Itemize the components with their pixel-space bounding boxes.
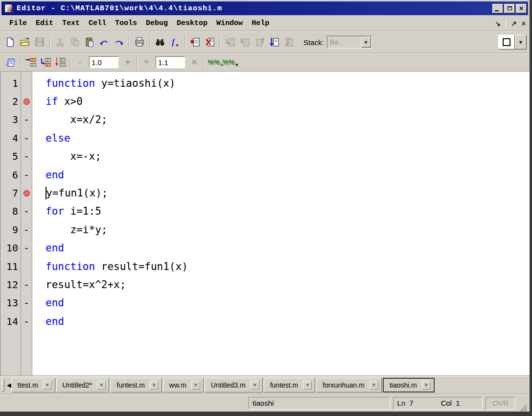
code-line[interactable]: 13-end xyxy=(0,294,530,312)
tab-close-button[interactable]: × xyxy=(370,381,378,390)
executable-line-marker[interactable]: - xyxy=(21,150,32,162)
cell-value-left-input[interactable] xyxy=(89,56,118,68)
code-text[interactable]: x=x/2; xyxy=(32,114,530,125)
executable-line-marker[interactable]: - xyxy=(21,169,32,181)
executable-line-marker[interactable]: - xyxy=(21,205,32,217)
decrement-value-button[interactable]: - xyxy=(73,56,86,69)
menu-text[interactable]: Text xyxy=(58,18,84,29)
divide-value-button[interactable]: ÷ xyxy=(140,56,153,69)
code-line[interactable]: 4-else xyxy=(0,129,530,147)
step-button[interactable] xyxy=(223,35,238,49)
code-line[interactable]: 2if x>0 xyxy=(0,92,530,110)
menu-window[interactable]: Window xyxy=(212,18,247,29)
menu-debug[interactable]: Debug xyxy=(141,18,172,29)
code-text[interactable]: result=x^2+x; xyxy=(32,279,530,291)
breakpoint-marker[interactable] xyxy=(21,98,32,105)
code-text[interactable]: end xyxy=(32,169,530,181)
cell-value-right-input[interactable] xyxy=(156,56,185,68)
executable-line-marker[interactable]: - xyxy=(21,224,32,236)
code-text[interactable]: end xyxy=(32,297,530,309)
insert-cell-divider-menu-button[interactable]: %%▾ xyxy=(221,55,236,70)
tab-funtest-1[interactable]: funtest.m × xyxy=(110,378,162,392)
menu-desktop[interactable]: Desktop xyxy=(172,18,212,29)
code-line[interactable]: 6-end xyxy=(0,166,530,184)
tab-ttest[interactable]: ttest.m × xyxy=(11,378,55,392)
resize-grip[interactable] xyxy=(518,403,527,412)
tab-close-button[interactable]: × xyxy=(97,381,106,390)
code-line[interactable]: 3- x=x/2; xyxy=(0,111,530,129)
tab-close-button[interactable]: × xyxy=(150,381,159,390)
minimize-button[interactable] xyxy=(492,4,503,13)
tab-close-button[interactable]: × xyxy=(303,381,312,390)
evaluate-file-button[interactable] xyxy=(53,55,68,70)
tab-bar-grip[interactable] xyxy=(2,379,4,392)
menu-edit[interactable]: Edit xyxy=(31,18,58,29)
tab-close-button[interactable]: × xyxy=(191,381,200,390)
code-line[interactable]: 14-end xyxy=(0,312,530,330)
menu-tools[interactable]: Tools xyxy=(111,18,141,29)
insert-cell-divider-button[interactable]: %%+ xyxy=(207,55,221,70)
new-file-button[interactable] xyxy=(3,35,18,49)
stack-combobox[interactable]: Ba... ▼ xyxy=(327,36,372,49)
code-text[interactable]: end xyxy=(32,242,530,254)
executable-line-marker[interactable]: - xyxy=(21,114,32,125)
executable-line-marker[interactable]: - xyxy=(21,242,32,254)
undo-button[interactable] xyxy=(97,35,112,49)
open-file-button[interactable] xyxy=(18,35,32,49)
tab-untitled3[interactable]: Untitled3.m × xyxy=(205,378,263,392)
tab-close-button[interactable]: × xyxy=(43,381,52,390)
save-button[interactable] xyxy=(32,35,47,49)
close-document-icon[interactable]: × xyxy=(522,20,526,27)
tile-layout-dropdown[interactable]: ▼ xyxy=(515,35,527,49)
evaluate-cell-button[interactable] xyxy=(23,55,38,70)
run-continue-button[interactable] xyxy=(267,35,282,49)
stack-dropdown-arrow[interactable]: ▼ xyxy=(361,37,371,48)
dock-icon[interactable]: ↘ xyxy=(495,20,501,27)
executable-line-marker[interactable]: - xyxy=(21,279,32,291)
copy-button[interactable] xyxy=(68,35,82,49)
code-line[interactable]: 7y=fun1(x); xyxy=(0,184,530,202)
code-line[interactable]: 10-end xyxy=(0,239,530,257)
breakpoint-dot-icon[interactable] xyxy=(23,98,30,105)
code-text[interactable]: function result=fun1(x) xyxy=(32,261,530,272)
breakpoint-marker[interactable] xyxy=(21,190,32,196)
tab-tiaoshi[interactable]: tiaoshi.m × xyxy=(383,378,435,392)
paste-button[interactable] xyxy=(82,35,97,49)
code-line[interactable]: 1function y=tiaoshi(x) xyxy=(0,74,530,92)
executable-line-marker[interactable]: - xyxy=(21,132,32,144)
undock-icon[interactable]: ↗ xyxy=(511,20,517,27)
tab-ww[interactable]: ww.m × xyxy=(163,378,204,392)
code-line[interactable]: 5- x=-x; xyxy=(0,147,530,166)
code-line[interactable]: 8-for i=1:5 xyxy=(0,202,530,220)
code-line[interactable]: 11function result=fun1(x) xyxy=(0,257,530,275)
title-bar[interactable]: Editor - C:\MATLAB701\work\4\4.4\tiaoshi… xyxy=(1,1,528,15)
code-editor[interactable]: 1function y=tiaoshi(x)2if x>03- x=x/2;4-… xyxy=(0,72,530,375)
find-button[interactable] xyxy=(153,35,167,49)
menu-cell[interactable]: Cell xyxy=(84,18,111,29)
overwrite-indicator[interactable]: OVR xyxy=(486,397,515,410)
maximize-button[interactable] xyxy=(504,4,515,13)
menu-file[interactable]: File xyxy=(5,18,31,29)
code-text[interactable]: x=-x; xyxy=(32,150,530,162)
code-text[interactable]: end xyxy=(32,316,530,327)
code-line[interactable]: 9- z=i*y; xyxy=(0,220,530,239)
cut-button[interactable] xyxy=(53,35,68,49)
menu-help[interactable]: Help xyxy=(247,18,274,29)
code-text[interactable]: y=fun1(x); xyxy=(32,187,530,199)
increment-value-button[interactable]: + xyxy=(121,56,134,69)
code-text[interactable]: z=i*y; xyxy=(32,224,530,236)
tab-forxunhuan[interactable]: forxunhuan.m × xyxy=(316,378,382,392)
evaluate-cell-and-advance-button[interactable] xyxy=(38,55,53,70)
tab-close-button[interactable]: × xyxy=(251,381,259,390)
breakpoint-dot-icon[interactable] xyxy=(23,190,30,196)
multiply-value-button[interactable]: × xyxy=(188,56,201,69)
code-text[interactable]: for i=1:5 xyxy=(32,205,530,217)
clear-all-breakpoints-button[interactable] xyxy=(203,35,217,49)
step-in-button[interactable] xyxy=(238,35,253,49)
exit-debug-button[interactable] xyxy=(282,35,297,49)
tile-layout-button[interactable] xyxy=(498,35,515,49)
executable-line-marker[interactable]: - xyxy=(21,316,32,327)
close-button[interactable]: × xyxy=(516,4,527,13)
redo-button[interactable] xyxy=(112,35,126,49)
set-clear-breakpoint-button[interactable] xyxy=(188,35,203,49)
